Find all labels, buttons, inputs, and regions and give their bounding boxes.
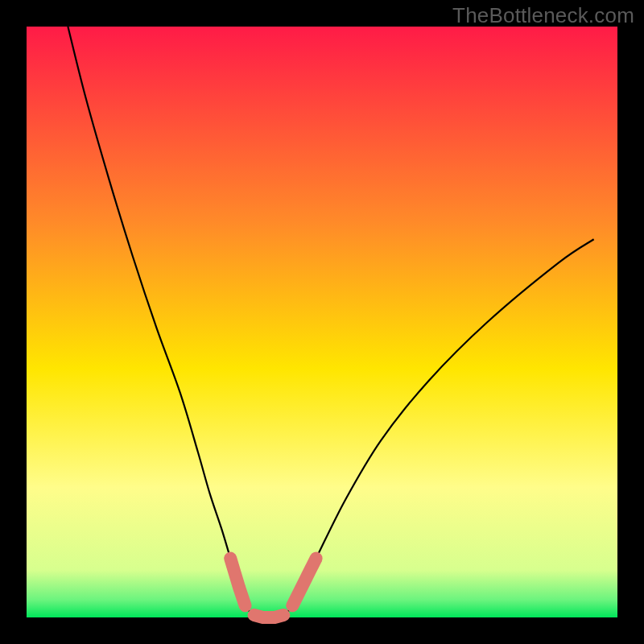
chart-container: TheBottleneck.com — [0, 0, 644, 644]
bottleneck-chart — [0, 0, 644, 644]
highlight-bottom — [254, 615, 284, 617]
watermark-text: TheBottleneck.com — [452, 3, 634, 28]
plot-background — [27, 27, 617, 617]
